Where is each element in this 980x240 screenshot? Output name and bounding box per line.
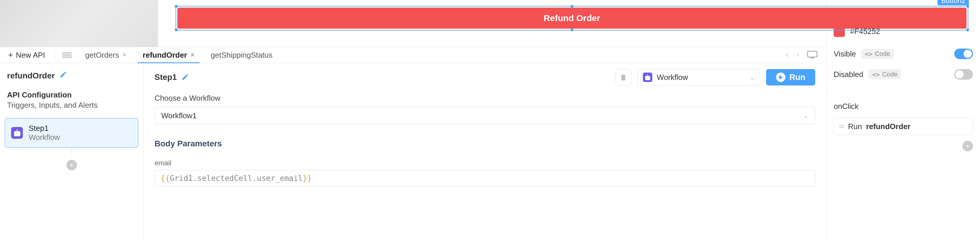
disabled-toggle[interactable] [954, 69, 973, 79]
step-name: Step1 [29, 124, 60, 133]
step-card[interactable]: Step1 Workflow [5, 118, 138, 148]
tab-getshippingstatus[interactable]: getShippingStatus [202, 47, 281, 63]
tab-label: getShippingStatus [211, 51, 272, 60]
new-api-button[interactable]: + New API [0, 50, 53, 60]
visible-toggle[interactable] [954, 49, 973, 59]
workflow-icon [11, 127, 23, 139]
refund-order-button[interactable]: Refund Order [177, 8, 826, 29]
tabs-menu-icon[interactable] [62, 50, 72, 60]
api-configuration-section[interactable]: API Configuration Triggers, Inputs, and … [5, 88, 138, 112]
api-config-subtitle: Triggers, Inputs, and Alerts [7, 101, 136, 110]
api-side-panel: refundOrder API Configuration Triggers, … [0, 63, 143, 240]
api-name-title: refundOrder [7, 71, 55, 81]
resize-handle[interactable] [175, 5, 178, 8]
api-config-title: API Configuration [7, 91, 136, 100]
step-type: Workflow [29, 133, 60, 142]
add-step-button[interactable]: + [67, 160, 77, 170]
tab-refundorder[interactable]: refundOrder × [135, 47, 203, 63]
close-icon[interactable]: × [191, 51, 194, 59]
selected-component-frame[interactable]: Button2 Refund Order [176, 6, 826, 30]
close-icon[interactable]: × [123, 51, 126, 59]
tab-label: refundOrder [143, 51, 187, 60]
tab-label: getOrders [85, 51, 119, 60]
tab-getorders[interactable]: getOrders × [77, 47, 134, 63]
plus-icon: + [8, 50, 13, 60]
canvas-preview-row: Button2 Refund Order [0, 0, 826, 47]
canvas-thumbnail [0, 0, 158, 47]
resize-handle[interactable] [571, 5, 574, 8]
new-api-label: New API [16, 51, 45, 60]
resize-handle[interactable] [571, 29, 574, 31]
resize-handle[interactable] [175, 29, 178, 31]
edit-icon[interactable] [59, 71, 67, 81]
